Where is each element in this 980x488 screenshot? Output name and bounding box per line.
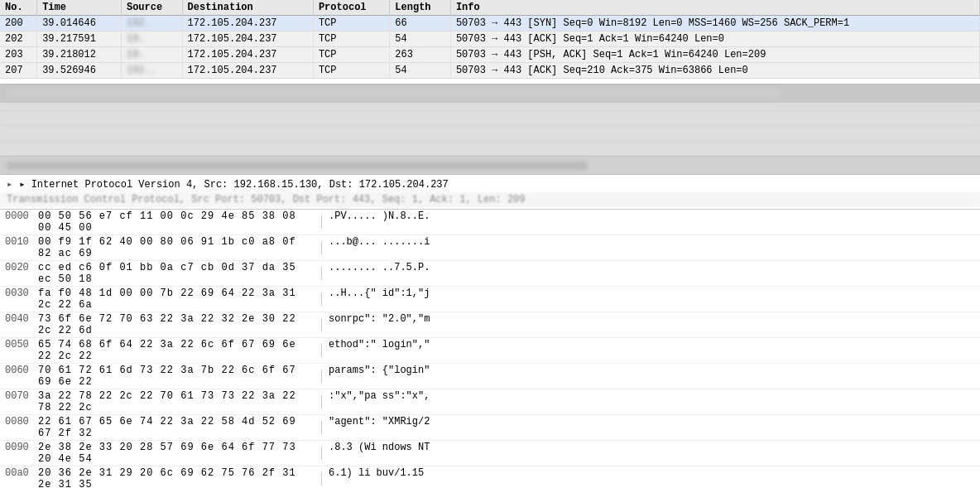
hex-ascii: ...b@... .......i	[322, 236, 980, 248]
hex-ascii: .8.3 (Wi ndows NT	[322, 442, 980, 453]
hex-bytes: 00 50 56 e7 cf 11 00 0c 29 4e 85 38 08 0…	[31, 210, 321, 234]
cell-length: 54	[390, 31, 451, 47]
table-row[interactable]: 207 39.526946 192.. 172.105.204.237 TCP …	[0, 63, 980, 79]
internet-protocol-row[interactable]: ▸ ▸ Internet Protocol Version 4, Src: 19…	[0, 176, 980, 192]
cell-no: 200	[0, 16, 37, 31]
cell-length: 263	[390, 47, 451, 63]
table-row[interactable]: 200 39.014646 192. 172.105.204.237 TCP 6…	[0, 16, 980, 31]
hex-dump-section: 0000 00 50 56 e7 cf 11 00 0c 29 4e 85 38…	[0, 210, 980, 488]
cell-destination: 172.105.204.237	[182, 31, 313, 47]
hex-ascii: params": {"login"	[322, 365, 980, 376]
hex-offset: 0010	[0, 236, 31, 248]
hex-row: 0020 cc ed c6 0f 01 bb 0a c7 cb 0d 37 da…	[0, 261, 980, 287]
col-header-destination: Destination	[182, 0, 313, 16]
transmission-control-row[interactable]: Transmission Control Protocol, Src Port:…	[0, 192, 980, 207]
cell-time: 39.218012	[37, 47, 122, 63]
packet-list-table: No. Time Source Destination Protocol Len…	[0, 0, 980, 79]
transmission-control-text: Transmission Control Protocol, Src Port:…	[7, 194, 526, 205]
cell-protocol: TCP	[313, 47, 389, 63]
hex-offset: 0050	[0, 339, 31, 350]
cell-length: 54	[390, 63, 451, 79]
expand-arrow-icon: ▸	[7, 178, 12, 191]
cell-source: 192.	[121, 16, 182, 31]
hex-ascii: .PV..... )N.8..E.	[322, 210, 980, 222]
hex-bytes: 73 6f 6e 72 70 63 22 3a 22 32 2e 30 22 2…	[31, 313, 321, 336]
hex-bytes: fa f0 48 1d 00 00 7b 22 69 64 22 3a 31 2…	[31, 287, 321, 311]
hex-ascii: ethod":" login","	[322, 339, 980, 350]
hex-ascii: ........ ..7.5.P.	[322, 262, 980, 273]
middle-bar-text	[7, 89, 780, 99]
hex-row: 0070 3a 22 78 22 2c 22 70 61 73 73 22 3a…	[0, 389, 980, 415]
internet-protocol-text: ▸ Internet Protocol Version 4, Src: 192.…	[19, 178, 449, 191]
table-header-row: No. Time Source Destination Protocol Len…	[0, 0, 980, 16]
hex-offset: 0080	[0, 416, 31, 428]
hex-row: 0010 00 f9 1f 62 40 00 80 06 91 1b c0 a8…	[0, 235, 980, 261]
hex-ascii: :"x","pa ss":"x",	[322, 390, 980, 402]
cell-source: 19.	[121, 47, 182, 63]
cell-info: 50703 → 443 [SYN] Seq=0 Win=8192 Len=0 M…	[450, 16, 979, 31]
hex-offset: 0030	[0, 287, 31, 299]
hex-row: 0030 fa f0 48 1d 00 00 7b 22 69 64 22 3a…	[0, 287, 980, 312]
hex-ascii: ..H...{" id":1,"j	[322, 287, 980, 299]
hex-bytes: 3a 22 78 22 2c 22 70 61 73 73 22 3a 22 7…	[31, 390, 321, 413]
cell-no: 202	[0, 31, 37, 47]
cell-info: 50703 → 443 [ACK] Seq=1 Ack=1 Win=64240 …	[450, 31, 979, 47]
middle-section: InterFace 0	[0, 84, 980, 175]
hex-ascii: "agent": "XMRig/2	[322, 416, 980, 428]
hex-ascii: 6.1) li buv/1.15	[322, 467, 980, 479]
cell-time: 39.014646	[37, 16, 122, 31]
protocol-section: ▸ ▸ Internet Protocol Version 4, Src: 19…	[0, 175, 980, 210]
col-header-length: Length	[390, 0, 451, 16]
hex-bytes: 22 61 67 65 6e 74 22 3a 22 58 4d 52 69 6…	[31, 416, 321, 439]
cell-source: 192..	[121, 63, 182, 79]
hex-offset: 0040	[0, 313, 31, 325]
col-header-protocol: Protocol	[313, 0, 389, 16]
hex-row: 0040 73 6f 6e 72 70 63 22 3a 22 32 2e 30…	[0, 312, 980, 338]
cell-length: 66	[390, 16, 451, 31]
cell-protocol: TCP	[313, 63, 389, 79]
hex-bytes: 00 f9 1f 62 40 00 80 06 91 1b c0 a8 0f 8…	[31, 236, 321, 259]
hex-bytes: 70 61 72 61 6d 73 22 3a 7b 22 6c 6f 67 6…	[31, 365, 321, 388]
hex-offset: 0060	[0, 365, 31, 376]
hex-offset: 00a0	[0, 467, 31, 479]
hex-row: 0090 2e 38 2e 33 20 28 57 69 6e 64 6f 77…	[0, 441, 980, 466]
hex-ascii: sonrpc": "2.0","m	[322, 313, 980, 325]
hex-row: 0050 65 74 68 6f 64 22 3a 22 6c 6f 67 69…	[0, 338, 980, 364]
hex-bytes: 2e 38 2e 33 20 28 57 69 6e 64 6f 77 73 2…	[31, 442, 321, 465]
middle-bar	[0, 85, 980, 103]
hex-offset: 0070	[0, 390, 31, 402]
hex-row: 0080 22 61 67 65 6e 74 22 3a 22 58 4d 52…	[0, 415, 980, 441]
col-header-info: Info	[450, 0, 979, 16]
hex-row: 0060 70 61 72 61 6d 73 22 3a 7b 22 6c 6f…	[0, 364, 980, 389]
blurred-area	[0, 103, 980, 156]
cell-time: 39.526946	[37, 63, 122, 79]
table-row[interactable]: 202 39.217591 19. 172.105.204.237 TCP 54…	[0, 31, 980, 47]
cell-no: 203	[0, 47, 37, 63]
col-header-no: No.	[0, 0, 37, 16]
cell-source: 19.	[121, 31, 182, 47]
cell-destination: 172.105.204.237	[182, 16, 313, 31]
hex-row: 00a0 20 36 2e 31 29 20 6c 69 62 75 76 2f…	[0, 466, 980, 488]
table-row[interactable]: 203 39.218012 19. 172.105.204.237 TCP 26…	[0, 47, 980, 63]
hex-row: 0000 00 50 56 e7 cf 11 00 0c 29 4e 85 38…	[0, 210, 980, 235]
hex-offset: 0020	[0, 262, 31, 273]
cell-info: 50703 → 443 [PSH, ACK] Seq=1 Ack=1 Win=6…	[450, 47, 979, 63]
col-header-time: Time	[37, 0, 122, 16]
hex-offset: 0090	[0, 442, 31, 453]
hex-bytes: 20 36 2e 31 29 20 6c 69 62 75 76 2f 31 2…	[31, 467, 321, 488]
cell-protocol: TCP	[313, 31, 389, 47]
cell-no: 207	[0, 63, 37, 79]
hex-offset: 0000	[0, 210, 31, 222]
cell-protocol: TCP	[313, 16, 389, 31]
cell-destination: 172.105.204.237	[182, 47, 313, 63]
cell-time: 39.217591	[37, 31, 122, 47]
cell-destination: 172.105.204.237	[182, 63, 313, 79]
hex-bytes: 65 74 68 6f 64 22 3a 22 6c 6f 67 69 6e 2…	[31, 339, 321, 362]
hex-bytes: cc ed c6 0f 01 bb 0a c7 cb 0d 37 da 35 e…	[31, 262, 321, 285]
col-header-source: Source	[121, 0, 182, 16]
cell-info: 50703 → 443 [ACK] Seq=210 Ack=375 Win=63…	[450, 63, 979, 79]
